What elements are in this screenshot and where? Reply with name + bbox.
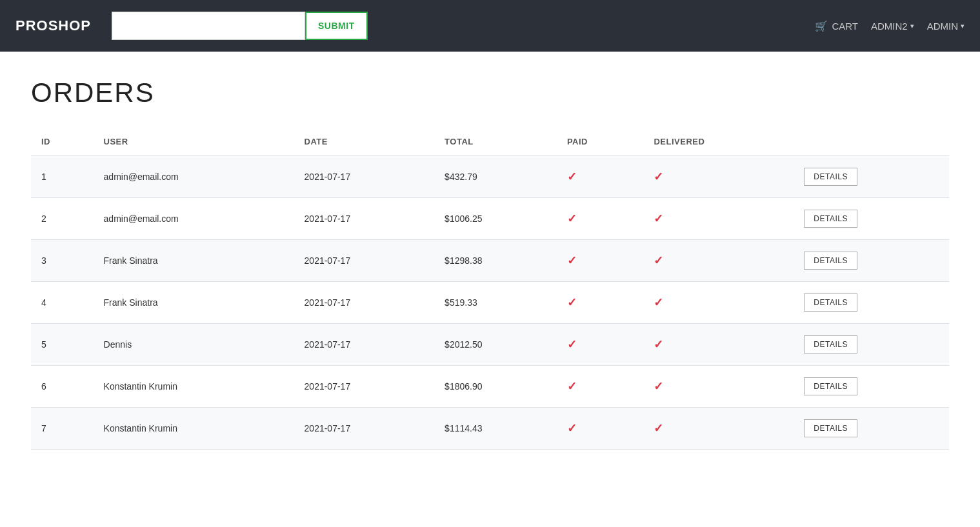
orders-table: ID USER DATE TOTAL PAID DELIVERED 1admin… [31,128,949,450]
cell-total: $1298.38 [434,240,557,282]
cell-paid: ✓ [557,324,644,366]
col-delivered: DELIVERED [643,128,794,156]
page-title: ORDERS [31,77,949,108]
cart-icon: 🛒 [815,20,828,32]
brand-logo[interactable]: PROSHOP [15,17,91,34]
cell-paid: ✓ [557,240,644,282]
table-body: 1admin@email.com2021-07-17$432.79✓✓DETAI… [31,156,949,450]
table-row: 5Dennis2021-07-17$2012.50✓✓DETAILS [31,324,949,366]
cell-user: Konstantin Krumin [94,366,294,408]
cell-user: Frank Sinatra [94,282,294,324]
cell-actions: DETAILS [794,198,949,240]
admin2-dropdown[interactable]: ADMIN2 ▾ [871,21,914,32]
cell-delivered: ✓ [643,408,794,450]
delivered-check-icon: ✓ [654,380,663,393]
cell-paid: ✓ [557,156,644,198]
cell-actions: DETAILS [794,366,949,408]
cell-date: 2021-07-17 [294,198,435,240]
cell-delivered: ✓ [643,198,794,240]
main-content: ORDERS ID USER DATE TOTAL PAID DELIVERED… [0,52,980,475]
table-row: 1admin@email.com2021-07-17$432.79✓✓DETAI… [31,156,949,198]
delivered-check-icon: ✓ [654,212,663,225]
search-button[interactable]: SUBMIT [305,12,368,40]
col-date: DATE [294,128,435,156]
col-id: ID [31,128,94,156]
delivered-check-icon: ✓ [654,338,663,351]
details-button[interactable]: DETAILS [804,210,857,228]
table-row: 7Konstantin Krumin2021-07-17$1114.43✓✓DE… [31,408,949,450]
details-button[interactable]: DETAILS [804,335,857,353]
cell-id: 2 [31,198,94,240]
cell-actions: DETAILS [794,408,949,450]
cell-user: Konstantin Krumin [94,408,294,450]
cell-id: 5 [31,324,94,366]
cell-user: admin@email.com [94,156,294,198]
cell-date: 2021-07-17 [294,156,435,198]
admin2-label: ADMIN2 [871,21,908,32]
col-total: TOTAL [434,128,557,156]
search-input[interactable] [112,12,305,40]
paid-check-icon: ✓ [567,422,577,435]
table-row: 6Konstantin Krumin2021-07-17$1806.90✓✓DE… [31,366,949,408]
cell-date: 2021-07-17 [294,240,435,282]
cell-date: 2021-07-17 [294,408,435,450]
cell-total: $1806.90 [434,366,557,408]
table-header-row: ID USER DATE TOTAL PAID DELIVERED [31,128,949,156]
col-user: USER [94,128,294,156]
delivered-check-icon: ✓ [654,254,663,267]
cart-label: CART [832,21,858,32]
details-button[interactable]: DETAILS [804,377,857,395]
search-form: SUBMIT [112,12,368,40]
cell-delivered: ✓ [643,282,794,324]
cell-total: $1114.43 [434,408,557,450]
delivered-check-icon: ✓ [654,170,663,183]
cell-date: 2021-07-17 [294,282,435,324]
cell-delivered: ✓ [643,324,794,366]
cell-delivered: ✓ [643,366,794,408]
paid-check-icon: ✓ [567,254,577,267]
navbar: PROSHOP SUBMIT 🛒 CART ADMIN2 ▾ ADMIN ▾ [0,0,980,52]
cell-id: 3 [31,240,94,282]
cell-id: 6 [31,366,94,408]
paid-check-icon: ✓ [567,380,577,393]
col-paid: PAID [557,128,644,156]
cart-link[interactable]: 🛒 CART [815,20,858,32]
table-row: 2admin@email.com2021-07-17$1006.25✓✓DETA… [31,198,949,240]
details-button[interactable]: DETAILS [804,252,857,270]
cell-total: $432.79 [434,156,557,198]
cell-total: $1006.25 [434,198,557,240]
chevron-down-icon: ▾ [910,22,914,30]
cell-total: $2012.50 [434,324,557,366]
cell-paid: ✓ [557,366,644,408]
navbar-right: 🛒 CART ADMIN2 ▾ ADMIN ▾ [815,20,965,32]
table-row: 3Frank Sinatra2021-07-17$1298.38✓✓DETAIL… [31,240,949,282]
cell-id: 7 [31,408,94,450]
admin-dropdown[interactable]: ADMIN ▾ [927,21,965,32]
chevron-down-icon-2: ▾ [961,22,965,30]
paid-check-icon: ✓ [567,296,577,309]
details-button[interactable]: DETAILS [804,293,857,312]
cell-id: 1 [31,156,94,198]
cell-user: Frank Sinatra [94,240,294,282]
admin-label: ADMIN [927,21,958,32]
cell-paid: ✓ [557,282,644,324]
paid-check-icon: ✓ [567,170,577,183]
cell-paid: ✓ [557,408,644,450]
cell-user: Dennis [94,324,294,366]
cell-date: 2021-07-17 [294,324,435,366]
details-button[interactable]: DETAILS [804,419,857,437]
table-row: 4Frank Sinatra2021-07-17$519.33✓✓DETAILS [31,282,949,324]
cell-id: 4 [31,282,94,324]
cell-user: admin@email.com [94,198,294,240]
details-button[interactable]: DETAILS [804,168,857,186]
cell-delivered: ✓ [643,240,794,282]
paid-check-icon: ✓ [567,338,577,351]
table-header: ID USER DATE TOTAL PAID DELIVERED [31,128,949,156]
delivered-check-icon: ✓ [654,296,663,309]
cell-paid: ✓ [557,198,644,240]
cell-delivered: ✓ [643,156,794,198]
cell-actions: DETAILS [794,240,949,282]
paid-check-icon: ✓ [567,212,577,225]
cell-actions: DETAILS [794,282,949,324]
col-actions [794,128,949,156]
